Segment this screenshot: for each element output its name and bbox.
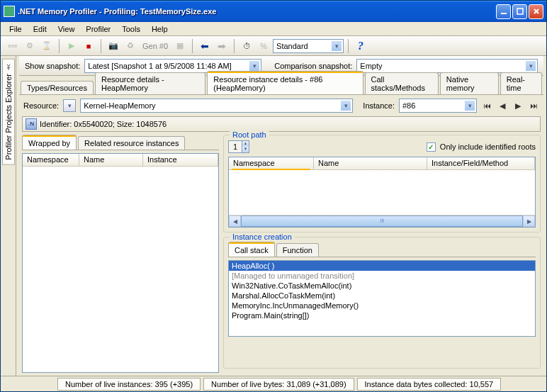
root-index-input[interactable] bbox=[229, 141, 242, 152]
tab-wrapped-by[interactable]: Wrapped by bbox=[22, 135, 77, 150]
root-scrollbar[interactable]: ◀ ▶ bbox=[229, 215, 535, 227]
stack-frame[interactable]: HeapAlloc( ) bbox=[229, 261, 535, 271]
side-panel-tab[interactable]: Profiler Projects Explorer bbox=[1, 56, 16, 376]
recycle-icon: ♻ bbox=[127, 41, 134, 50]
main-area: Show snapshot: Latest [Snapshot 1 at 9/5… bbox=[16, 56, 546, 376]
tab-related-instances[interactable]: Related resource instances bbox=[78, 136, 185, 150]
stack-frame[interactable]: MemoryInc.IncUnmanagedMemory() bbox=[229, 301, 535, 310]
menu-tools[interactable]: Tools bbox=[116, 23, 146, 35]
status-live-bytes: Number of live bytes: 31,089 (+31,089) bbox=[203, 378, 354, 391]
play-button[interactable]: ▶ bbox=[64, 38, 79, 54]
stack-frame[interactable]: [Managed to unmanaged transition] bbox=[229, 271, 535, 281]
stack-frame[interactable]: Marshal.AllocCoTaskMem(int) bbox=[229, 291, 535, 301]
status-live-instances: Number of live instances: 395 (+395) bbox=[57, 378, 201, 391]
prev-icon: ◀ bbox=[500, 101, 505, 111]
status-collected: Instance data bytes collected: 10,557 bbox=[357, 378, 502, 391]
percent-button[interactable]: % bbox=[256, 38, 271, 54]
help-icon: ? bbox=[358, 40, 363, 52]
attach-button[interactable]: ⚙ bbox=[22, 38, 38, 54]
percent-icon: % bbox=[260, 42, 267, 50]
left-subtabs: Wrapped by Related resource instances bbox=[22, 135, 219, 150]
instance-value: #86 bbox=[402, 101, 415, 110]
call-stack-list[interactable]: HeapAlloc( ) [Managed to unmanaged trans… bbox=[228, 260, 536, 337]
menu-edit[interactable]: Edit bbox=[28, 23, 52, 35]
scroll-left-icon[interactable]: ◀ bbox=[229, 215, 241, 227]
compare-snapshot-dropdown[interactable]: Empty bbox=[356, 59, 538, 73]
scroll-right-icon[interactable]: ▶ bbox=[523, 215, 535, 227]
menu-file[interactable]: File bbox=[4, 23, 28, 35]
tab-call-stack[interactable]: Call stack bbox=[228, 242, 275, 257]
resource-label: Resource: bbox=[23, 101, 59, 110]
col-name[interactable]: Name bbox=[79, 154, 143, 166]
show-snapshot-label: Show snapshot: bbox=[25, 62, 80, 70]
menu-profiler[interactable]: Profiler bbox=[80, 23, 116, 35]
last-button[interactable]: ⏭ bbox=[528, 101, 539, 111]
gc-button[interactable]: ♻ bbox=[123, 38, 138, 54]
show-snapshot-value: Latest [Snapshot 1 at 9/5/2008 11:48 AM] bbox=[88, 62, 231, 70]
root-col-instance[interactable]: Instance/Field/Method bbox=[427, 157, 535, 169]
minimize-button[interactable] bbox=[496, 4, 511, 19]
tab-call-stacks[interactable]: Call stacks/Methods bbox=[365, 72, 439, 94]
wrapped-by-list[interactable]: Namespace Name Instance bbox=[22, 153, 219, 373]
creation-subtabs: Call stack Function bbox=[228, 242, 536, 257]
exe-icon: exe bbox=[9, 43, 18, 49]
root-col-name[interactable]: Name bbox=[314, 157, 427, 169]
stack-frame[interactable]: Program.Main(string[]) bbox=[229, 310, 535, 320]
spin-up-icon[interactable]: ▲ bbox=[242, 141, 249, 147]
snapshot-button[interactable]: 📷 bbox=[106, 38, 121, 54]
heap-button[interactable]: ▦ bbox=[172, 38, 188, 54]
svg-rect-0 bbox=[501, 13, 507, 14]
stop-button[interactable]: ■ bbox=[81, 38, 96, 54]
camera-icon: 📷 bbox=[108, 41, 118, 50]
open-exe-button[interactable]: exe bbox=[5, 38, 21, 54]
first-button[interactable]: ⏮ bbox=[481, 101, 492, 111]
forward-button[interactable]: ➡ bbox=[214, 38, 230, 54]
tab-resource-instance-details[interactable]: Resource instance details - #86 (HeapMem… bbox=[207, 71, 363, 94]
forward-icon: ➡ bbox=[218, 40, 226, 52]
tab-native-memory[interactable]: Native memory bbox=[440, 72, 499, 94]
hourglass-button[interactable]: ⌛ bbox=[39, 38, 55, 54]
tab-function[interactable]: Function bbox=[276, 243, 319, 257]
gen-label: Gen #0 bbox=[140, 42, 171, 50]
statusbar: Number of live instances: 395 (+395) Num… bbox=[1, 376, 546, 391]
stack-frame[interactable]: Win32Native.CoTaskMemAlloc(int) bbox=[229, 281, 535, 291]
close-button[interactable] bbox=[529, 4, 543, 19]
only-identified-checkbox[interactable]: ✓ bbox=[427, 142, 436, 152]
tab-resource-details[interactable]: Resource details - HeapMemory bbox=[95, 72, 205, 94]
root-index-spinner[interactable]: ▲▼ bbox=[228, 140, 249, 153]
maximize-icon bbox=[517, 8, 524, 15]
menu-help[interactable]: Help bbox=[146, 23, 174, 35]
identifier-text: Identifier: 0x5540020; Size: 1048576 bbox=[40, 120, 167, 128]
resource-picker-button[interactable]: ▾ bbox=[63, 99, 76, 112]
left-pane: Wrapped by Related resource instances Na… bbox=[22, 135, 219, 373]
stop-icon: ■ bbox=[86, 42, 91, 50]
root-path-list[interactable]: Namespace Name Instance/Field/Method ◀ ▶ bbox=[228, 157, 536, 228]
col-instance[interactable]: Instance bbox=[143, 154, 218, 166]
spin-down-icon[interactable]: ▼ bbox=[242, 147, 249, 152]
wrapped-by-header: Namespace Name Instance bbox=[23, 154, 218, 167]
scroll-thumb[interactable] bbox=[241, 215, 523, 227]
tab-types-resources[interactable]: Types/Resources bbox=[21, 81, 94, 94]
window-title: .NET Memory Profiler - Profiling: TestMe… bbox=[18, 7, 496, 16]
back-button[interactable]: ⬅ bbox=[197, 38, 213, 54]
resource-dropdown[interactable]: Kernel-HeapMemory bbox=[80, 99, 353, 113]
layout-dropdown[interactable]: Standard bbox=[273, 39, 344, 53]
close-icon bbox=[533, 8, 540, 15]
layout-value: Standard bbox=[276, 42, 308, 50]
pin-icon bbox=[5, 64, 12, 71]
col-namespace[interactable]: Namespace bbox=[23, 154, 79, 166]
next-button[interactable]: ▶ bbox=[512, 101, 524, 111]
help-button[interactable]: ? bbox=[353, 38, 368, 54]
next-icon: ▶ bbox=[515, 101, 521, 111]
titlebar[interactable]: .NET Memory Profiler - Profiling: TestMe… bbox=[1, 1, 546, 22]
tab-real-time[interactable]: Real-time bbox=[500, 72, 542, 94]
menubar: File Edit View Profiler Tools Help bbox=[1, 22, 546, 36]
attach-icon: ⚙ bbox=[26, 41, 33, 50]
maximize-button[interactable] bbox=[512, 4, 527, 19]
timer-button[interactable]: ⏱ bbox=[239, 38, 254, 54]
prev-button[interactable]: ◀ bbox=[497, 101, 508, 111]
compare-snapshot-value: Empty bbox=[360, 62, 382, 70]
root-col-namespace[interactable]: Namespace bbox=[229, 157, 314, 169]
menu-view[interactable]: View bbox=[52, 23, 81, 35]
instance-dropdown[interactable]: #86 bbox=[399, 99, 477, 113]
